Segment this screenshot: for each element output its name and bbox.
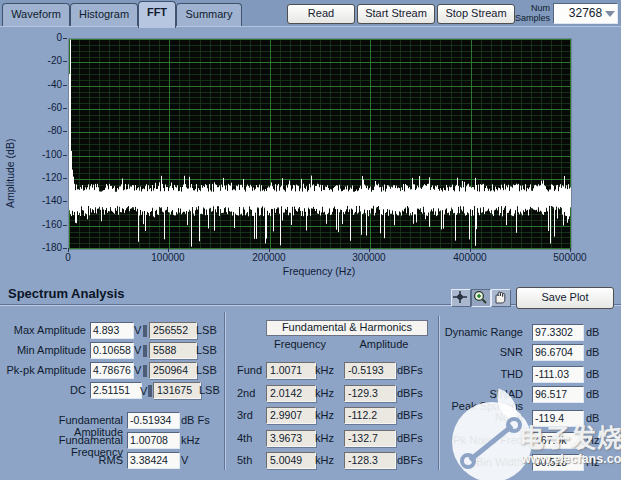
pkpk-amplitude-lsb: 250964 [149, 362, 197, 379]
x-tick-mark [269, 248, 270, 252]
y-tick-label: -120 [28, 172, 62, 183]
x-tick-mark [470, 248, 471, 252]
rms-value: 3.38424 [127, 452, 180, 469]
harmonic-freq-value: 3.9673 [266, 430, 316, 447]
harmonic-amp-value: -128.3 [344, 452, 396, 469]
harmonic-freq-unit: kHz [315, 409, 334, 421]
fft-analyzer-window: Waveform Histogram FFT Summary Read Star… [0, 0, 621, 480]
tab-summary[interactable]: Summary [176, 3, 242, 26]
dynamic-range-label: Dynamic Range [435, 326, 523, 338]
y-tick-mark [63, 61, 67, 62]
fundamental-amplitude-unit: dB Fs [181, 414, 210, 426]
x-tick-label: 300000 [339, 252, 399, 263]
snr-label: SNR [435, 346, 523, 358]
tab-waveform[interactable]: Waveform [2, 3, 70, 26]
radix-indicator [143, 325, 147, 337]
tab-bar: Waveform Histogram FFT Summary Read Star… [0, 0, 621, 27]
harmonic-amp-unit: dBFs [397, 364, 423, 376]
fft-plot[interactable] [68, 38, 572, 250]
radix-indicator [143, 345, 147, 357]
harmonic-amp-unit: dBFs [397, 409, 423, 421]
harmonics-title: Fundamental & Harmonics [266, 320, 428, 336]
y-tick-mark [63, 201, 67, 202]
harmonic-freq-value: 1.0071 [266, 362, 316, 379]
x-tick-mark [570, 248, 571, 252]
y-tick-mark [63, 225, 67, 226]
pan-tool-button[interactable] [491, 289, 511, 307]
dc-lsb: 131675 [153, 382, 201, 399]
dynamic-range-value: 97.3302 [532, 324, 584, 341]
min-amplitude-lsb: 5588 [149, 342, 197, 359]
tab-histogram[interactable]: Histogram [70, 3, 138, 26]
lsb-unit: LSB [196, 344, 217, 356]
sinad-unit: dB [586, 388, 599, 400]
harmonic-amp-unit: dBFs [397, 387, 423, 399]
zoom-tool-button[interactable] [471, 289, 491, 307]
tab-fft[interactable]: FFT [138, 1, 176, 28]
harmonic-row-name: Fund [237, 364, 262, 376]
harmonic-freq-value: 2.0142 [266, 385, 316, 402]
crosshair-icon [452, 290, 468, 304]
fundamental-frequency-unit: kHz [181, 434, 200, 446]
harmonic-amp-unit: dBFs [397, 432, 423, 444]
harmonic-row-name: 3rd [237, 409, 253, 421]
fundamental-frequency-value: 1.00708 [127, 432, 180, 449]
radix-indicator [148, 385, 152, 397]
harmonic-amp-value: -132.7 [344, 430, 396, 447]
y-tick-mark [63, 108, 67, 109]
rms-unit: V [181, 454, 188, 466]
y-tick-label: -40 [28, 79, 62, 90]
dropdown-arrow-icon[interactable] [605, 11, 615, 17]
watermark-url: www.elecfans.com [521, 452, 621, 466]
y-tick-mark [63, 85, 67, 86]
y-tick-mark [63, 178, 67, 179]
y-tick-mark [63, 38, 67, 39]
harmonic-freq-unit: kHz [315, 454, 334, 466]
amplitude-column-header: Amplitude [342, 338, 426, 350]
pkpk-amplitude-unit: V [134, 364, 141, 376]
dc-unit: V [140, 385, 147, 397]
start-stream-button[interactable]: Start Stream [357, 4, 435, 24]
max-amplitude-value: 4.893 [90, 322, 134, 339]
max-amplitude-label: Max Amplitude [8, 324, 86, 336]
harmonic-freq-unit: kHz [315, 364, 334, 376]
save-plot-button[interactable]: Save Plot [516, 287, 614, 309]
lsb-unit: LSB [196, 324, 217, 336]
rms-label: RMS [8, 454, 123, 466]
y-tick-label: -100 [28, 149, 62, 160]
harmonic-freq-unit: kHz [315, 432, 334, 444]
harmonic-row-name: 5th [237, 454, 252, 466]
lsb-unit: LSB [196, 364, 217, 376]
spectrum-analysis-title: Spectrum Analysis [8, 286, 125, 301]
thd-value: -111.03 [532, 366, 584, 383]
min-amplitude-value: 0.10658 [90, 342, 134, 359]
harmonic-row-name: 4th [237, 432, 252, 444]
harmonic-amp-unit: dBFs [397, 454, 423, 466]
x-tick-mark [369, 248, 370, 252]
harmonic-amp-value: -0.5193 [344, 362, 396, 379]
harmonic-freq-unit: kHz [315, 387, 334, 399]
read-button[interactable]: Read [287, 4, 355, 24]
x-tick-mark [68, 248, 69, 252]
x-tick-label: 100000 [138, 252, 198, 263]
max-amplitude-lsb: 256552 [149, 322, 197, 339]
snr-unit: dB [586, 346, 599, 358]
harmonic-amp-value: -112.2 [344, 407, 396, 424]
dc-value: 2.51151 [90, 382, 142, 399]
max-amplitude-unit: V [134, 324, 141, 336]
pkpk-amplitude-label: Pk-pk Amplitude [2, 364, 86, 376]
y-axis-label: Amplitude (dB) [4, 88, 16, 208]
y-tick-label: 0 [28, 32, 62, 43]
x-tick-label: 400000 [440, 252, 500, 263]
y-tick-mark [63, 155, 67, 156]
cursor-tool-button[interactable] [451, 289, 471, 307]
num-samples-value: 32768 [569, 6, 602, 20]
y-tick-label: -140 [28, 195, 62, 206]
fundamental-amplitude-value: -0.51934 [127, 412, 180, 429]
num-samples-input[interactable]: 32768 [553, 3, 618, 24]
frequency-column-header: Frequency [260, 338, 340, 350]
column-divider [224, 312, 226, 470]
stop-stream-button[interactable]: Stop Stream [437, 4, 515, 24]
x-tick-mark [168, 248, 169, 252]
x-tick-label: 200000 [239, 252, 299, 263]
